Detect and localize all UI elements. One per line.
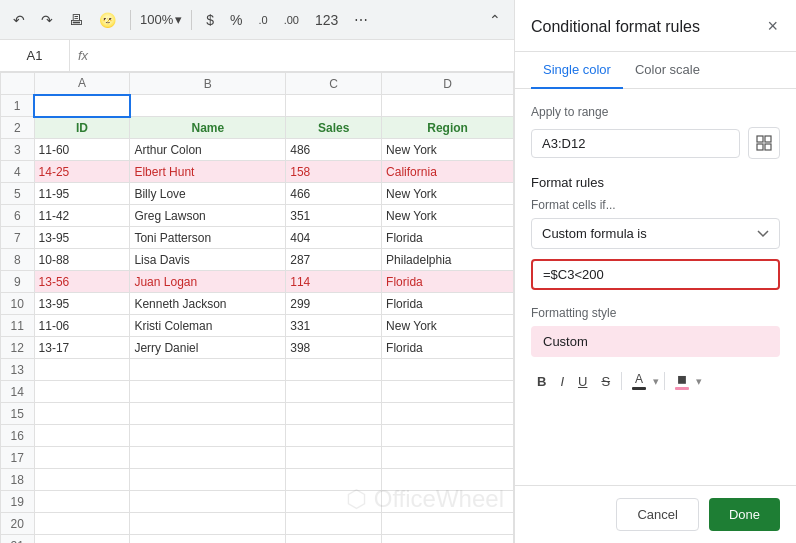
range-input[interactable] bbox=[531, 129, 740, 158]
cell[interactable]: Sales bbox=[286, 117, 382, 139]
cell[interactable]: Region bbox=[382, 117, 514, 139]
cell[interactable]: 13-95 bbox=[34, 227, 130, 249]
cell[interactable]: Florida bbox=[382, 293, 514, 315]
cell[interactable] bbox=[382, 491, 514, 513]
cell[interactable] bbox=[34, 95, 130, 117]
tab-single-color[interactable]: Single color bbox=[531, 52, 623, 89]
cell[interactable] bbox=[382, 381, 514, 403]
panel-close-button[interactable]: × bbox=[765, 14, 780, 39]
cell[interactable]: 404 bbox=[286, 227, 382, 249]
bold-button[interactable]: B bbox=[531, 370, 552, 393]
format-rule-select[interactable]: Custom formula is bbox=[531, 218, 780, 249]
cell[interactable] bbox=[286, 469, 382, 491]
decimal-decrease-button[interactable]: .00 bbox=[279, 11, 304, 29]
print-button[interactable]: 🖶 bbox=[64, 9, 88, 31]
cell[interactable] bbox=[130, 513, 286, 535]
cell[interactable]: 13-56 bbox=[34, 271, 130, 293]
cell[interactable] bbox=[130, 425, 286, 447]
cell[interactable]: 466 bbox=[286, 183, 382, 205]
cell[interactable] bbox=[286, 381, 382, 403]
cell[interactable]: 11-06 bbox=[34, 315, 130, 337]
cell[interactable] bbox=[34, 403, 130, 425]
fill-color-button[interactable]: ◼ bbox=[670, 369, 694, 393]
cell[interactable] bbox=[286, 403, 382, 425]
done-button[interactable]: Done bbox=[709, 498, 780, 531]
cell[interactable]: Greg Lawson bbox=[130, 205, 286, 227]
cell[interactable]: California bbox=[382, 161, 514, 183]
currency-button[interactable]: $ bbox=[201, 9, 219, 31]
range-select-button[interactable] bbox=[748, 127, 780, 159]
cell[interactable]: 331 bbox=[286, 315, 382, 337]
cell[interactable] bbox=[130, 359, 286, 381]
cell[interactable] bbox=[34, 491, 130, 513]
cell[interactable]: Toni Patterson bbox=[130, 227, 286, 249]
cell[interactable]: Florida bbox=[382, 337, 514, 359]
undo-button[interactable]: ↶ bbox=[8, 9, 30, 31]
cell[interactable]: Arthur Colon bbox=[130, 139, 286, 161]
cell[interactable]: Billy Love bbox=[130, 183, 286, 205]
zoom-dropdown[interactable]: 100% ▾ bbox=[140, 12, 182, 27]
more-formats-button[interactable]: 123 bbox=[310, 9, 343, 31]
cell[interactable]: Kenneth Jackson bbox=[130, 293, 286, 315]
cell[interactable] bbox=[382, 425, 514, 447]
cell[interactable] bbox=[130, 403, 286, 425]
cell[interactable] bbox=[286, 513, 382, 535]
cell[interactable]: Florida bbox=[382, 227, 514, 249]
percent-button[interactable]: % bbox=[225, 9, 247, 31]
cell[interactable] bbox=[130, 95, 286, 117]
cell[interactable] bbox=[130, 381, 286, 403]
cell[interactable]: New York bbox=[382, 183, 514, 205]
cell[interactable] bbox=[286, 491, 382, 513]
format-paint-button[interactable]: 🌝 bbox=[94, 9, 121, 31]
cell[interactable]: 398 bbox=[286, 337, 382, 359]
cell[interactable] bbox=[34, 425, 130, 447]
italic-button[interactable]: I bbox=[554, 370, 570, 393]
cell[interactable] bbox=[130, 491, 286, 513]
cell[interactable] bbox=[382, 535, 514, 544]
cell[interactable]: Philadelphia bbox=[382, 249, 514, 271]
cell[interactable]: 11-95 bbox=[34, 183, 130, 205]
cell[interactable]: Lisa Davis bbox=[130, 249, 286, 271]
cell[interactable]: 11-42 bbox=[34, 205, 130, 227]
cell[interactable]: New York bbox=[382, 139, 514, 161]
collapse-button[interactable]: ⌃ bbox=[484, 9, 506, 31]
cell[interactable]: 14-25 bbox=[34, 161, 130, 183]
cell[interactable] bbox=[34, 513, 130, 535]
cell[interactable]: Kristi Coleman bbox=[130, 315, 286, 337]
cell[interactable] bbox=[286, 359, 382, 381]
cancel-button[interactable]: Cancel bbox=[616, 498, 698, 531]
cell[interactable]: 287 bbox=[286, 249, 382, 271]
cell[interactable] bbox=[286, 535, 382, 544]
cell[interactable]: Elbert Hunt bbox=[130, 161, 286, 183]
cell[interactable]: 11-60 bbox=[34, 139, 130, 161]
cell[interactable] bbox=[130, 535, 286, 544]
cell[interactable]: 351 bbox=[286, 205, 382, 227]
cell[interactable]: Jerry Daniel bbox=[130, 337, 286, 359]
cell[interactable] bbox=[130, 469, 286, 491]
formula-input[interactable] bbox=[531, 259, 780, 290]
cell[interactable]: ID bbox=[34, 117, 130, 139]
cell[interactable]: 114 bbox=[286, 271, 382, 293]
cell[interactable] bbox=[34, 469, 130, 491]
cell[interactable]: 158 bbox=[286, 161, 382, 183]
cell[interactable] bbox=[286, 95, 382, 117]
more-options-button[interactable]: ⋯ bbox=[349, 9, 373, 31]
cell[interactable]: 10-88 bbox=[34, 249, 130, 271]
redo-button[interactable]: ↷ bbox=[36, 9, 58, 31]
col-header-b[interactable]: B bbox=[130, 73, 286, 95]
cell[interactable]: New York bbox=[382, 315, 514, 337]
cell[interactable] bbox=[34, 359, 130, 381]
col-header-d[interactable]: D bbox=[382, 73, 514, 95]
col-header-c[interactable]: C bbox=[286, 73, 382, 95]
cell[interactable]: Florida bbox=[382, 271, 514, 293]
decimal-increase-button[interactable]: .0 bbox=[254, 11, 273, 29]
tab-color-scale[interactable]: Color scale bbox=[623, 52, 712, 89]
cell[interactable]: New York bbox=[382, 205, 514, 227]
cell[interactable] bbox=[286, 425, 382, 447]
cell[interactable] bbox=[382, 403, 514, 425]
cell[interactable] bbox=[130, 447, 286, 469]
cell[interactable]: 13-17 bbox=[34, 337, 130, 359]
cell[interactable] bbox=[34, 535, 130, 544]
text-color-button[interactable]: A bbox=[627, 369, 651, 393]
cell[interactable] bbox=[382, 513, 514, 535]
